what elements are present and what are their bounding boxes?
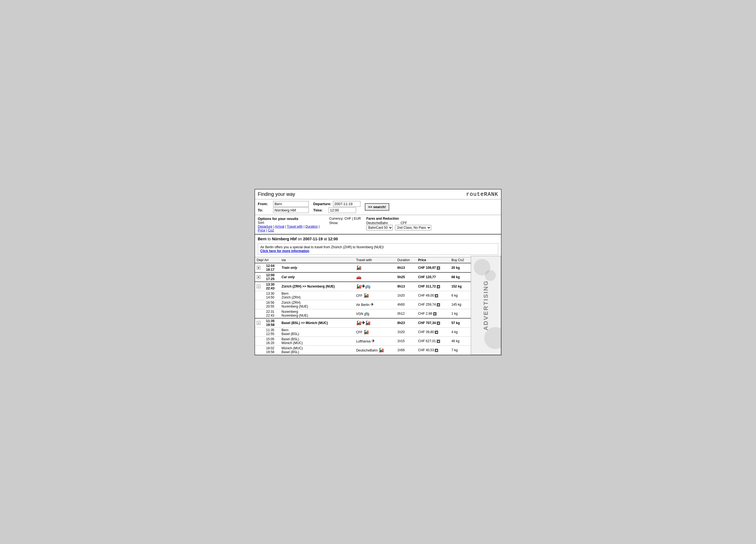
co2-cell: 4 kg bbox=[450, 327, 471, 337]
travel-icons-cell: 🚂 bbox=[354, 263, 396, 273]
expand-button[interactable]: + bbox=[257, 275, 261, 279]
co2-cell: 145 kg bbox=[450, 300, 471, 309]
price-cell: CHF 2,98 ■ bbox=[416, 309, 450, 318]
table-row: 15:0516:20 Basel (BSL)Münich (MUC) Lufth… bbox=[255, 337, 471, 346]
sub-empty bbox=[255, 327, 264, 337]
duration-cell: 4h00 bbox=[396, 300, 416, 309]
th-duration: Duration bbox=[396, 257, 416, 263]
via-cell: Zürich (ZRH) >> Nuremberg (NUE) bbox=[280, 282, 355, 291]
sort-travel-with[interactable]: Travel with bbox=[287, 224, 303, 228]
expand-button[interactable]: - bbox=[257, 321, 261, 325]
price-buy-icon[interactable]: ■ bbox=[435, 294, 438, 298]
th-dep-arr: Dep/ Arr bbox=[255, 257, 280, 263]
co2-cell: 46 kg bbox=[450, 337, 471, 346]
co2-cell: 1 kg bbox=[450, 309, 471, 318]
departure-input[interactable] bbox=[333, 201, 360, 207]
price-buy-icon[interactable]: ■ bbox=[435, 349, 438, 352]
time-cell: 18:0219:58 bbox=[264, 346, 280, 355]
currency-chf[interactable]: CHF bbox=[345, 217, 351, 220]
price-cell: CHF 627,01 ■ bbox=[416, 337, 450, 346]
fares-select-row: BahnCard 50 2nd Class, No Pass bbox=[366, 225, 498, 230]
options-section: Options for your results Sort: Departure… bbox=[255, 215, 501, 234]
price-buy-icon[interactable]: ■ bbox=[437, 285, 440, 288]
co2-cell: 6 kg bbox=[450, 291, 471, 300]
duration-cell: 0h12 bbox=[396, 309, 416, 318]
sub-empty bbox=[255, 337, 264, 346]
results-header: Bern to Nürnberg Hbf on 2007-11-19 at 12… bbox=[255, 234, 501, 242]
sort-co2[interactable]: Co2 bbox=[268, 228, 274, 232]
results-content: Dep/ Arr via Travel with Duration Price … bbox=[255, 256, 501, 355]
sort-departure[interactable]: Departure bbox=[258, 224, 272, 228]
brand-text: routeRANK bbox=[466, 191, 498, 197]
options-title: Options for your results bbox=[258, 217, 324, 221]
sort-price[interactable]: Price bbox=[258, 228, 265, 232]
sub-empty bbox=[255, 300, 264, 309]
options-left: Options for your results Sort: Departure… bbox=[258, 217, 324, 232]
from-to-group: From: To: bbox=[258, 201, 309, 213]
fares-title: Fares and Reduction bbox=[366, 217, 498, 220]
expand-cell[interactable]: + bbox=[255, 273, 264, 282]
price-buy-icon[interactable]: ■ bbox=[433, 312, 436, 316]
sub-empty bbox=[255, 291, 264, 300]
table-row: 13:3014:50 BernZürich (ZRH) CFF 🚂 1h20 C… bbox=[255, 291, 471, 300]
expand-button[interactable]: + bbox=[257, 266, 261, 270]
price-buy-icon[interactable]: ■ bbox=[437, 303, 440, 307]
special-deal-text: Air Berlin offers you a special deal to … bbox=[260, 245, 384, 249]
expand-cell[interactable]: - bbox=[255, 318, 264, 328]
show-row: Show: bbox=[329, 221, 361, 225]
to-input[interactable] bbox=[273, 207, 309, 213]
class-select[interactable]: 2nd Class, No Pass bbox=[395, 225, 431, 230]
from-label: From: bbox=[258, 202, 271, 206]
departure-row: Departure: bbox=[313, 201, 360, 207]
expand-cell[interactable]: + bbox=[255, 263, 264, 273]
price-buy-icon[interactable]: ■ bbox=[437, 266, 440, 270]
via-cell: Basel (BSL)Münich (MUC) bbox=[280, 337, 355, 346]
operator-icons-cell: Lufthansa ✈ bbox=[354, 337, 396, 346]
sort-arrival[interactable]: Arrival bbox=[275, 224, 284, 228]
bahncard-select[interactable]: BahnCard 50 bbox=[366, 225, 393, 230]
special-deal-link[interactable]: Click here for more information bbox=[260, 249, 309, 253]
duration-cell: 1h15 bbox=[396, 337, 416, 346]
results-table: Dep/ Arr via Travel with Duration Price … bbox=[255, 257, 471, 355]
main-container: Finding your way routeRANK From: To: Dep… bbox=[254, 189, 502, 355]
search-button[interactable]: >> search! bbox=[365, 203, 389, 210]
co2-cell: 7 kg bbox=[450, 346, 471, 355]
price-buy-icon[interactable]: ■ bbox=[435, 331, 438, 334]
results-table-wrap: Dep/ Arr via Travel with Duration Price … bbox=[255, 256, 471, 355]
price-cell: CHF 39,80 ■ bbox=[416, 327, 450, 337]
page-title: Finding your way bbox=[258, 191, 295, 197]
duration-cell: 1h20 bbox=[396, 291, 416, 300]
currency-eur[interactable]: EUR bbox=[354, 217, 361, 220]
time-cell: 22:3122:43 bbox=[264, 309, 280, 318]
via-cell: BernZürich (ZRH) bbox=[280, 291, 355, 300]
co2-cell: 152 kg bbox=[450, 282, 471, 291]
via-cell: BernBasel (BSL) bbox=[280, 327, 355, 337]
from-input[interactable] bbox=[273, 201, 309, 207]
price-buy-icon[interactable]: ■ bbox=[437, 340, 440, 343]
sort-duration[interactable]: Duration bbox=[305, 224, 318, 228]
duration-cell: 1h56 bbox=[396, 346, 416, 355]
via-cell: Car only bbox=[280, 273, 355, 282]
via-cell: NurembergNuremberg (NUE) bbox=[280, 309, 355, 318]
departure-label: Departure: bbox=[313, 202, 331, 206]
time-cell: 16:5620:55 bbox=[264, 300, 280, 309]
expand-cell[interactable]: - bbox=[255, 282, 264, 291]
via-cell: Basel (BSL) >> Münich (MUC) bbox=[280, 318, 355, 328]
results-summary: Bern to Nürnberg Hbf on 2007-11-19 at 12… bbox=[258, 237, 338, 241]
co2-cell: 57 kg bbox=[450, 318, 471, 328]
price-buy-icon[interactable]: ■ bbox=[437, 322, 440, 325]
fares-row: DeutscheBahn CFF bbox=[366, 221, 498, 225]
table-row: 16:5620:55 Zürich (ZRH)Nuremberg (NUE) A… bbox=[255, 300, 471, 309]
th-travel-with: Travel with bbox=[354, 257, 396, 263]
to-row: To: bbox=[258, 207, 309, 213]
brand-logo: routeRANK bbox=[466, 191, 498, 197]
time-cell: 12:0017:25 bbox=[264, 273, 280, 282]
via-cell: Train only bbox=[280, 263, 355, 273]
currency-label: Currency: bbox=[329, 217, 343, 220]
travel-icons-cell: 🚗 bbox=[354, 273, 396, 282]
expand-button[interactable]: - bbox=[257, 285, 261, 288]
table-header-row: Dep/ Arr via Travel with Duration Price … bbox=[255, 257, 471, 263]
via-cell: Zürich (ZRH)Nuremberg (NUE) bbox=[280, 300, 355, 309]
sub-empty bbox=[255, 309, 264, 318]
time-input[interactable] bbox=[329, 207, 356, 213]
